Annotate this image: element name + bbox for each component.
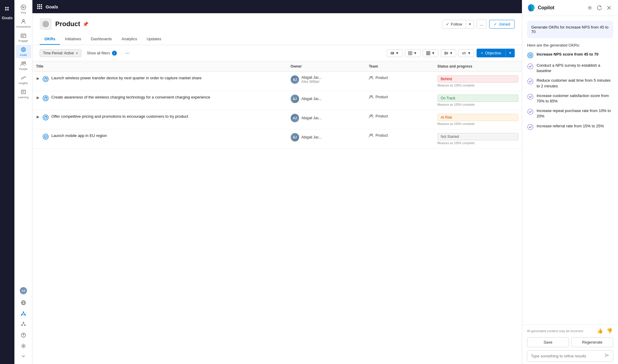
row-expand-btn-1[interactable]: ▶ (36, 76, 40, 81)
page-title-area: Product 📌 (40, 18, 89, 30)
row-title-3: Offer competitive pricing and promotions… (51, 114, 188, 119)
list-view-icon (390, 51, 394, 55)
toolbar-more-btn[interactable]: ··· (122, 48, 133, 58)
view-list-btn[interactable]: ▼ (387, 49, 402, 57)
objective-icon-4 (42, 133, 49, 140)
sidebar-item-people[interactable]: People (16, 59, 31, 72)
svg-point-58 (528, 79, 533, 84)
row-expand-btn-3[interactable]: ▶ (36, 114, 40, 120)
svg-rect-1 (7, 7, 9, 8)
col-title: Title (32, 61, 287, 72)
status-cell-1: Behind Measure as 100% complete (438, 75, 518, 87)
copilot-refine-input[interactable] (531, 354, 602, 358)
owner-name-2: Abigail Jac... (301, 97, 322, 101)
copilot-settings-btn[interactable] (586, 4, 594, 12)
svg-point-9 (23, 49, 24, 50)
status-badge-2: On Track (438, 95, 518, 102)
sidebar-item-goals[interactable]: Goals (16, 45, 31, 58)
svg-rect-18 (23, 322, 24, 323)
sidebar-item-org[interactable] (16, 320, 31, 329)
svg-point-4 (21, 5, 26, 10)
tab-okrs[interactable]: OKRs (40, 34, 60, 45)
copilot-save-btn[interactable]: Save (527, 337, 569, 347)
svg-point-60 (528, 109, 533, 114)
team-name-1: Product (375, 76, 388, 80)
team-cell-2: Product (369, 95, 430, 99)
link-icon (462, 51, 466, 55)
follow-btn-group: ✓ Follow ▼ (442, 20, 474, 29)
copilot-header: Copilot (522, 0, 618, 16)
more-options-btn[interactable]: ... (477, 20, 487, 29)
tab-analytics[interactable]: Analytics (117, 34, 142, 45)
add-objective-btn[interactable]: + Objective (477, 49, 505, 57)
svg-rect-32 (428, 51, 429, 55)
sidebar-item-settings[interactable] (16, 341, 31, 351)
row-expand-btn-2[interactable]: ▶ (36, 95, 40, 100)
svg-point-48 (371, 115, 373, 116)
view-grid-btn[interactable]: ▼ (405, 49, 420, 57)
copilot-input-area[interactable] (527, 350, 613, 362)
grid-menu-btn[interactable] (37, 4, 42, 9)
svg-rect-2 (5, 9, 7, 11)
col-status: Status and progress (434, 61, 522, 72)
kr-icon-3 (527, 93, 534, 100)
time-period-filter[interactable]: Time Period: Active × (40, 49, 81, 57)
app-title: Goals (2, 16, 13, 20)
measure-text-4: Measure as 100% complete (438, 141, 518, 145)
joined-check-icon: ✓ (494, 22, 497, 26)
check-icon: ✓ (446, 22, 449, 26)
copilot-close-btn[interactable] (605, 4, 613, 12)
follow-dropdown-btn[interactable]: ▼ (466, 20, 474, 29)
svg-rect-6 (21, 34, 26, 38)
okr-kr-1: Conduct a NPS survey to establish a base… (527, 63, 613, 74)
follow-button[interactable]: ✓ Follow (442, 20, 466, 29)
tab-dashboards[interactable]: Dashboards (86, 34, 117, 45)
sidebar-item-viva[interactable]: Viva (16, 2, 31, 16)
copilot-refresh-btn[interactable] (595, 4, 604, 12)
measure-text-3: Measure as 100% complete (438, 122, 518, 126)
joined-button[interactable]: ✓ Joined (489, 20, 515, 29)
objective-icon-3 (42, 114, 49, 121)
show-filters-btn[interactable]: Show all filters 1 (84, 49, 120, 57)
kr-icon-2 (527, 78, 534, 85)
sidebar-item-network[interactable] (16, 309, 31, 318)
thumbs-up-btn[interactable]: 👍 (596, 327, 604, 334)
okr-kr-5: Increase referral rate from 15% to 25% (527, 123, 613, 130)
copilot-header-buttons (586, 4, 613, 12)
sidebar-label-viva: Viva (21, 11, 26, 14)
team-cell-1: Product (369, 75, 430, 80)
svg-point-57 (528, 64, 533, 69)
grid-icon[interactable] (2, 4, 13, 14)
page-tabs: OKRs Initiatives Dashboards Analytics Up… (40, 34, 515, 45)
sidebar-item-connections[interactable]: Connections (16, 17, 31, 30)
sidebar-expand-btn[interactable] (16, 352, 31, 360)
page-header: Product 📌 ✓ Follow ▼ ... ✓ Joined (32, 13, 522, 45)
copilot-send-btn[interactable] (604, 353, 609, 359)
thumbs-down-btn[interactable]: 👎 (606, 327, 613, 334)
tab-updates[interactable]: Updates (142, 34, 166, 45)
svg-point-5 (23, 20, 24, 21)
sidebar-item-engage[interactable]: Engage (16, 31, 31, 44)
objective-dropdown-btn[interactable]: ▼ (505, 49, 515, 57)
sidebar-item-globe[interactable] (16, 298, 31, 308)
toolbar: Time Period: Active × Show all filters 1… (32, 45, 522, 61)
svg-point-47 (370, 115, 371, 117)
copilot-regenerate-btn[interactable]: Regenerate (571, 337, 613, 347)
view-link-btn[interactable]: ▼ (459, 49, 474, 57)
view-board-btn[interactable]: ▼ (423, 49, 438, 57)
sidebar-avatar-group[interactable]: AJ (16, 285, 31, 297)
tab-initiatives[interactable]: Initiatives (60, 34, 86, 45)
view-filter-btn[interactable]: ▼ (441, 49, 456, 57)
owner-cell-4: AJ Abigail Jac... (291, 133, 362, 141)
viva-bar: Goals (0, 0, 14, 364)
sidebar-item-learning[interactable]: Learning (16, 87, 31, 101)
row-title-1: Launch wireless power transfer device by… (51, 75, 201, 81)
sidebar-item-insights[interactable]: Insights (16, 73, 31, 86)
filter-remove-btn[interactable]: × (76, 51, 78, 55)
team-name-2: Product (375, 95, 388, 99)
svg-point-40 (371, 76, 373, 77)
owner-name-3: Abigail Jac... (301, 116, 322, 120)
team-cell-4: Product (369, 133, 430, 138)
sidebar-item-help[interactable] (16, 330, 31, 340)
row-title-2: Create awareness of the wireless chargin… (51, 95, 210, 100)
